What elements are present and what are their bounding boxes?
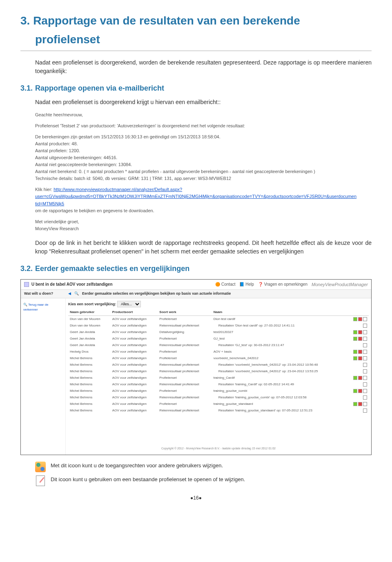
- left-title: Wat wilt u doen?: [24, 291, 65, 297]
- table-cell: AOV voor zelfstandigen: [111, 335, 158, 342]
- row-actions: [347, 375, 369, 381]
- row-actions: [347, 388, 369, 394]
- table-row[interactable]: Geert Jan AndelaAOV voor zelfstandigenPr…: [68, 335, 369, 342]
- chevron-left-icon[interactable]: ◀: [68, 291, 71, 297]
- col-naam[interactable]: Naam: [212, 309, 347, 316]
- col-user[interactable]: Naam gebruiker: [68, 309, 111, 316]
- open-icon[interactable]: [363, 324, 367, 328]
- email-link-1[interactable]: http://www.moneyviewproductmanager.nl/an…: [53, 187, 182, 192]
- table-cell: Rekenresultaat profielenset: [158, 381, 212, 388]
- delete-icon[interactable]: [358, 376, 362, 380]
- open-icon[interactable]: [363, 369, 367, 373]
- delete-icon[interactable]: [358, 402, 362, 406]
- faq-label: Vragen en opmerkingen: [264, 282, 307, 287]
- table-row[interactable]: Michel BehrensAOV voor zelfstandigenReke…: [68, 381, 369, 388]
- table-row[interactable]: Geert Jan AndelaAOV voor zelfstandigenDe…: [68, 329, 369, 335]
- share-icon[interactable]: [353, 402, 357, 406]
- share-icon[interactable]: [353, 317, 357, 321]
- row-actions: [347, 368, 369, 375]
- edit-icon[interactable]: [363, 389, 367, 393]
- edit-icon[interactable]: [363, 317, 367, 321]
- open-icon[interactable]: [363, 363, 367, 367]
- ss-topbar: U bent in de tabel AOV voor zelfstandige…: [21, 280, 371, 290]
- faq-link[interactable]: ❓ Vragen en opmerkingen: [258, 281, 307, 287]
- users-icon: [35, 462, 46, 472]
- open-icon[interactable]: [363, 409, 367, 413]
- delete-icon[interactable]: [358, 337, 362, 341]
- email-greeting: Geachte heer/mevrouw,: [35, 111, 357, 118]
- table-cell: Michel Behrens: [68, 394, 111, 401]
- email-closing: Met vriendelijke groet, MoneyView Resear…: [35, 218, 357, 232]
- table-row[interactable]: Michel BehrensAOV voor zelfstandigenProf…: [68, 401, 369, 407]
- back-link[interactable]: Terug naar de verkenner: [23, 303, 48, 311]
- email-link-label: Klik hier:: [35, 187, 53, 192]
- row-actions: [347, 335, 369, 342]
- row-actions: [347, 329, 369, 335]
- ss-main: Kies een soort vergelijking: Alles... Na…: [66, 298, 371, 455]
- row-actions: [347, 381, 369, 388]
- share-icon[interactable]: [353, 356, 357, 360]
- table-cell: Profielenset: [158, 349, 212, 355]
- table-row[interactable]: Michel BehrensAOV voor zelfstandigenReke…: [68, 368, 369, 375]
- table-row[interactable]: Michel BehrensAOV voor zelfstandigenReke…: [68, 394, 369, 401]
- brand-logo: MoneyViewProductManager: [312, 281, 368, 288]
- open-icon[interactable]: [363, 395, 367, 400]
- delete-icon[interactable]: [358, 350, 362, 354]
- open-icon[interactable]: [363, 382, 367, 387]
- email-line: Aantal niet berekend: 0. ( = aantal prod…: [35, 169, 315, 174]
- table-row[interactable]: Michel BehrensAOV voor zelfstandigenProf…: [68, 375, 369, 381]
- delete-icon[interactable]: [358, 317, 362, 321]
- table-head: Naam gebruiker Productsoort Soort werk N…: [68, 309, 369, 316]
- delete-icon[interactable]: [358, 330, 362, 334]
- row-actions: [347, 322, 369, 329]
- help-label: Help: [245, 282, 254, 287]
- table-row[interactable]: Dion van der MoorenAOV voor zelfstandige…: [68, 315, 369, 322]
- table-cell: Rekenresultaat profielenset: [158, 362, 212, 368]
- section-heading: 3. Rapportage van de resultaten van een …: [20, 12, 372, 51]
- section-title-1: Rapportage van de resultaten van een ber…: [33, 14, 300, 27]
- table-cell: voorbeeld_benchmark_042012: [212, 355, 347, 362]
- share-icon[interactable]: [353, 337, 357, 341]
- table-cell: Profielenset: [158, 335, 212, 342]
- open-icon[interactable]: [363, 343, 367, 347]
- share-icon[interactable]: [353, 330, 357, 334]
- delete-icon[interactable]: [358, 356, 362, 360]
- email-line: Aantal niet geaccepteerde berekeningen: …: [35, 162, 132, 167]
- edit-icon[interactable]: [363, 337, 367, 341]
- table-cell: AOV voor zelfstandigen: [111, 362, 158, 368]
- edit-icon[interactable]: [363, 376, 367, 380]
- table-body: Dion van der MoorenAOV voor zelfstandige…: [68, 315, 369, 414]
- table-cell: AOV + basis: [212, 349, 347, 355]
- table-cell: Rekenresultaat profielenset: [158, 394, 212, 401]
- help-link[interactable]: 📘 Help: [239, 281, 254, 287]
- contact-link[interactable]: 🟠 Contact: [215, 281, 235, 287]
- share-icon[interactable]: [353, 350, 357, 354]
- table-row[interactable]: Michel BehrensAOV voor zelfstandigenReke…: [68, 362, 369, 368]
- table-row[interactable]: Michel BehrensAOV voor zelfstandigenReke…: [68, 407, 369, 414]
- edit-icon[interactable]: [363, 330, 367, 334]
- email-line: Aantal profielen: 1200.: [35, 148, 80, 153]
- col-soort[interactable]: Soort werk: [158, 309, 212, 316]
- table-cell: Hedwig Dros: [68, 349, 111, 355]
- table-row[interactable]: Michel BehrensAOV voor zelfstandigenProf…: [68, 355, 369, 362]
- filter-select[interactable]: Alles...: [117, 301, 141, 307]
- edit-icon[interactable]: [363, 356, 367, 360]
- table-row[interactable]: Dion van der MoorenAOV voor zelfstandige…: [68, 322, 369, 329]
- table-cell: training_Cardif: [212, 375, 347, 381]
- ss-panel: 🔍 Terug naar de verkenner Kies een soort…: [21, 298, 371, 455]
- col-product[interactable]: Productsoort: [111, 309, 158, 316]
- share-icon[interactable]: [353, 389, 357, 393]
- section-number: 3.: [20, 14, 30, 27]
- table-cell: Resultaten 'Dion test cardif' op: 27-03-…: [212, 322, 347, 329]
- edit-icon[interactable]: [363, 402, 367, 406]
- table-row[interactable]: Hedwig DrosAOV voor zelfstandigenProfiel…: [68, 349, 369, 355]
- email-link-2[interactable]: user=cGVwaWpu&pwdmd5=OTBkYTk3NzM1OWJiYTR…: [35, 194, 356, 206]
- table-row[interactable]: Michel BehrensAOV voor zelfstandigenProf…: [68, 388, 369, 394]
- share-icon[interactable]: [353, 376, 357, 380]
- table-cell: GJ_test: [212, 335, 347, 342]
- table-cell: Detailvergelijking: [158, 329, 212, 335]
- delete-icon[interactable]: [358, 389, 362, 393]
- table-row[interactable]: Geert Jan AndelaAOV voor zelfstandigenRe…: [68, 342, 369, 349]
- table-cell: Resultaten 'training_goudse_standaard' o…: [212, 407, 347, 414]
- edit-icon[interactable]: [363, 350, 367, 354]
